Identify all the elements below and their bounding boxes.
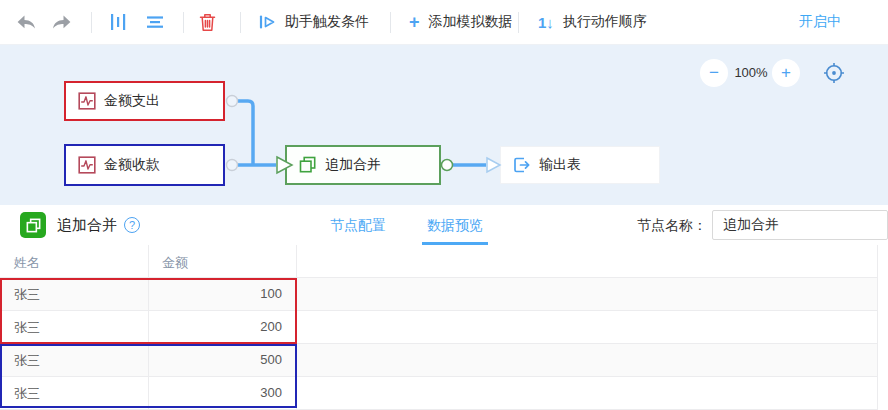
column-divider <box>148 245 149 410</box>
plus-icon: + <box>781 63 791 83</box>
distribute-horizontal-icon <box>109 13 127 31</box>
cell-amount: 300 <box>148 385 282 400</box>
cell-name: 张三 <box>14 385 40 403</box>
toolbar-divider <box>91 12 92 33</box>
help-icon[interactable]: ? <box>124 217 140 233</box>
add-mock-data-button[interactable]: + 添加模拟数据 <box>409 0 513 44</box>
zoom-level: 100% <box>731 59 771 87</box>
output-table-icon <box>513 157 531 173</box>
add-mock-data-label: 添加模拟数据 <box>429 13 513 31</box>
assistant-trigger-label: 助手触发条件 <box>285 13 369 31</box>
undo-icon <box>16 14 37 30</box>
distribute-vertical-button[interactable] <box>146 0 164 44</box>
merge-node-badge <box>20 212 46 238</box>
crosshair-icon <box>823 62 845 84</box>
column-divider <box>296 245 297 410</box>
zoom-out-button[interactable]: − <box>700 59 728 87</box>
assistant-trigger-button[interactable]: 助手触发条件 <box>259 0 369 44</box>
node-merge[interactable]: 追加合并 <box>285 145 441 185</box>
node-label: 金额支出 <box>104 92 160 110</box>
toolbar-divider <box>183 12 184 33</box>
cell-amount: 200 <box>148 319 282 334</box>
table-row: 张三 300 <box>0 377 877 410</box>
output-port-merge <box>442 160 453 171</box>
minus-icon: − <box>709 63 719 83</box>
toolbar-divider <box>518 12 519 33</box>
flow-canvas[interactable]: 金额支出 金额收款 追加合并 输出表 − 100% <box>0 45 888 205</box>
node-label: 金额收款 <box>104 156 160 174</box>
column-header-name: 姓名 <box>14 254 40 272</box>
undo-button[interactable] <box>16 0 37 44</box>
zoom-in-button[interactable]: + <box>772 59 800 87</box>
node-panel-header: 追加合并 ? 节点配置 数据预览 节点名称： <box>0 205 888 245</box>
append-merge-icon <box>299 156 317 174</box>
distribute-vertical-icon <box>146 13 164 31</box>
node-name-input[interactable] <box>712 210 888 240</box>
cell-name: 张三 <box>14 319 40 337</box>
status-toggle[interactable]: 开启中 <box>799 0 841 44</box>
table-row: 张三 200 <box>0 311 877 344</box>
node-expense[interactable]: 金额支出 <box>64 81 225 121</box>
trash-icon <box>199 13 216 32</box>
redo-button[interactable] <box>51 0 72 44</box>
table-row: 张三 100 <box>0 278 877 311</box>
action-order-label: 执行动作顺序 <box>563 13 647 31</box>
input-arrow-output <box>487 158 500 172</box>
delete-button[interactable] <box>199 0 216 44</box>
table-row: 张三 500 <box>0 344 877 377</box>
node-label: 追加合并 <box>325 156 381 174</box>
toolbar: 助手触发条件 + 添加模拟数据 1↓ 执行动作顺序 开启中 <box>0 0 888 45</box>
column-header-amount: 金额 <box>162 254 188 272</box>
dataset-icon <box>78 156 96 174</box>
action-order-button[interactable]: 1↓ 执行动作顺序 <box>538 0 647 44</box>
panel-title: 追加合并 <box>57 205 117 245</box>
locate-center-button[interactable] <box>823 62 845 84</box>
cell-name: 张三 <box>14 286 40 304</box>
cell-amount: 100 <box>148 286 282 301</box>
redo-icon <box>51 14 72 30</box>
order-icon: 1↓ <box>538 14 554 31</box>
append-merge-icon <box>25 217 42 234</box>
dataset-icon <box>78 92 96 110</box>
distribute-horizontal-button[interactable] <box>109 0 127 44</box>
trigger-play-icon <box>259 15 276 29</box>
node-name-label: 节点名称： <box>637 205 707 245</box>
toolbar-divider <box>390 12 391 33</box>
wire-expense-to-merge <box>238 101 253 165</box>
data-preview-table: 姓名 金额 张三 100 张三 200 张三 500 张三 300 <box>0 245 888 410</box>
table-right-border <box>877 245 878 410</box>
node-output[interactable]: 输出表 <box>500 146 660 184</box>
tab-data-preview[interactable]: 数据预览 <box>420 205 490 245</box>
node-income[interactable]: 金额收款 <box>64 144 225 186</box>
tab-node-config[interactable]: 节点配置 <box>323 205 393 245</box>
toolbar-divider <box>240 12 241 33</box>
cell-name: 张三 <box>14 352 40 370</box>
cell-amount: 500 <box>148 352 282 367</box>
plus-icon: + <box>409 12 420 33</box>
output-port-income <box>227 160 238 171</box>
node-label: 输出表 <box>539 156 581 174</box>
output-port-expense <box>227 96 238 107</box>
